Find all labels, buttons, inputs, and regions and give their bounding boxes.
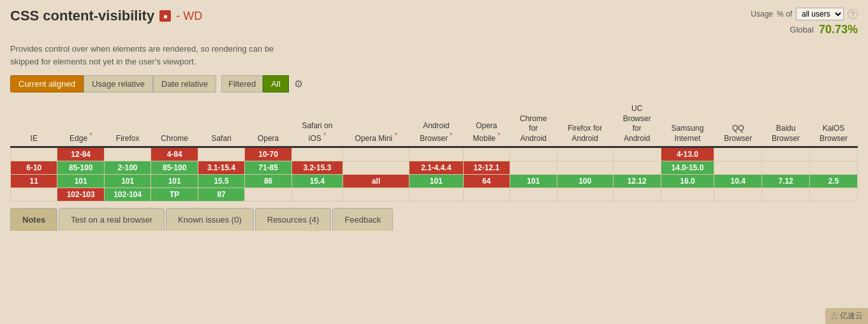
table-cell [409,188,464,202]
browser-header-opera: Opera [245,101,291,147]
feature-description: Provides control over when elements are … [10,43,304,68]
browser-header-samsung: SamsungInternet [661,101,714,147]
table-cell [661,188,714,202]
table-cell [409,147,464,161]
table-cell: 11 [11,175,57,188]
table-cell: 6-10 [11,161,57,175]
table-cell: 87 [198,188,244,202]
table-cell: 14.0-15.0 [661,161,714,175]
table-cell: 101 [510,175,557,188]
table-row: 102-103102-104TP87 [11,188,858,202]
table-cell [613,188,661,202]
tab-date-relative[interactable]: Date relative [153,75,216,92]
table-cell: 86 [245,175,291,188]
tab-usage-relative[interactable]: Usage relative [84,75,153,92]
table-cell [343,161,409,175]
table-cell [714,161,762,175]
support-table: IE Edge * Firefox Chrome Safari Opera Sa… [10,101,858,202]
table-cell: 101 [104,175,151,188]
tab-current-aligned[interactable]: Current aligned [10,75,84,92]
table-cell: 2.5 [810,175,858,188]
table-cell: 4-13.0 [661,147,714,161]
filter-tabs-row: Current aligned Usage relative Date rela… [10,75,858,92]
tab-test-browser[interactable]: Test on a real browser [59,208,165,231]
tab-known-issues[interactable]: Known issues (0) [166,208,254,231]
table-cell [343,147,409,161]
table-cell: 101 [409,175,464,188]
table-cell [245,188,291,202]
table-cell [613,161,661,175]
table-cell [198,147,244,161]
table-cell: 10.4 [714,175,762,188]
help-icon[interactable]: ? [848,9,858,19]
browser-header-ie: IE [11,101,57,147]
global-label: Global [790,25,814,34]
table-cell: 2-100 [104,161,151,175]
table-cell [810,147,858,161]
table-cell: 101 [151,175,198,188]
table-row: 1110110110115.58615.4all1016410110012.12… [11,175,858,188]
browser-header-opera-mobile: OperaMobile * [463,101,510,147]
table-cell: 85-100 [57,161,104,175]
table-row: 6-1085-1002-10085-1003.1-15.471-853.2-15… [11,161,858,175]
settings-icon[interactable]: ⚙ [294,78,303,90]
usage-prefix: % of [777,10,792,18]
table-cell [510,147,557,161]
tab-all[interactable]: All [263,75,288,92]
table-cell [510,188,557,202]
browser-header-baidu: BaiduBrowser [762,101,810,147]
table-cell: 12-84 [57,147,104,161]
table-cell [104,147,151,161]
usage-panel: Usage % of all users ? Global 70.73% [679,8,858,36]
table-cell: 3.2-15.3 [291,161,342,175]
table-cell [810,161,858,175]
table-cell [463,188,510,202]
table-cell [613,147,661,161]
table-cell: 15.4 [291,175,342,188]
table-cell [762,161,810,175]
table-cell: 71-85 [245,161,291,175]
table-cell [557,161,613,175]
table-cell: 2.1-4.4.4 [409,161,464,175]
table-cell [510,161,557,175]
browser-header-firefox-android: Firefox forAndroid [557,101,613,147]
table-cell: 102-104 [104,188,151,202]
title-icon: ■ [159,10,171,22]
browser-header-safari: Safari [198,101,244,147]
table-cell [557,188,613,202]
table-cell [557,147,613,161]
table-cell: 64 [463,175,510,188]
tab-filtered[interactable]: Filtered [221,75,263,92]
tab-resources[interactable]: Resources (4) [255,208,332,231]
page-title: CSS content-visibility ■ - WD [10,8,202,24]
page-container: CSS content-visibility ■ - WD Usage % of… [0,0,868,231]
usage-select[interactable]: all users [796,8,844,20]
table-cell: 12-12.1 [463,161,510,175]
table-cell: 10-70 [245,147,291,161]
wd-badge: - WD [176,10,202,23]
browser-header-firefox: Firefox [104,101,151,147]
usage-label: Usage [751,10,773,18]
usage-row: Usage % of all users ? [679,8,858,20]
browser-header-uc-browser: UCBrowserforAndroid [613,101,661,147]
tab-notes[interactable]: Notes [10,208,57,231]
table-cell [810,188,858,202]
table-cell [762,147,810,161]
table-cell: 85-100 [151,161,198,175]
browser-header-chrome-android: ChromeforAndroid [510,101,557,147]
table-cell [11,188,57,202]
table-cell: 15.5 [198,175,244,188]
table-cell [291,188,342,202]
table-cell [762,188,810,202]
table-cell: 101 [57,175,104,188]
browser-header-qq: QQBrowser [714,101,762,147]
browser-header-kaios: KaiOSBrowser [810,101,858,147]
tab-feedback[interactable]: Feedback [332,208,393,231]
table-cell: 102-103 [57,188,104,202]
title-text: CSS content-visibility [10,8,154,24]
browser-header-chrome: Chrome [151,101,198,147]
table-cell [463,147,510,161]
table-cell: all [343,175,409,188]
browser-header-safari-ios: Safari oniOS * [291,101,342,147]
table-cell [343,188,409,202]
